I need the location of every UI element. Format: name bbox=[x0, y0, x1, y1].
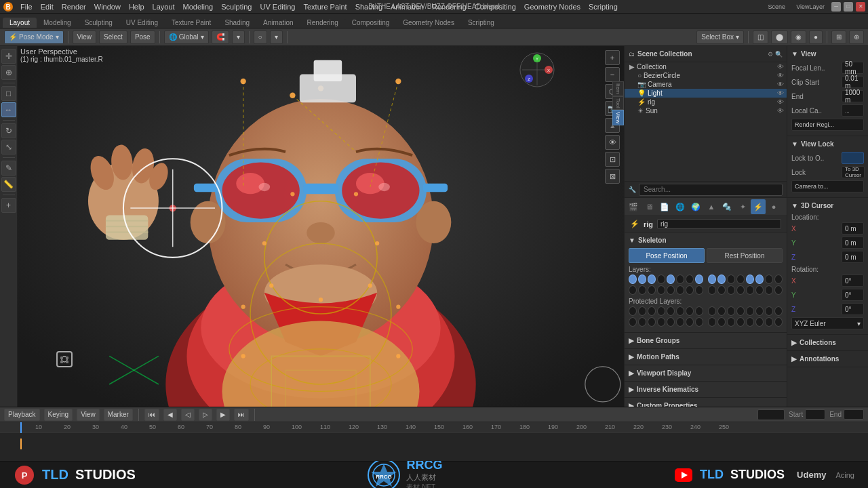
menu-item-scripting[interactable]: Scripting bbox=[585, 3, 622, 11]
scale-tool[interactable]: ⤡ bbox=[1, 140, 16, 155]
select-box-tool[interactable]: □ bbox=[1, 86, 16, 101]
layer-16[interactable] bbox=[774, 274, 783, 284]
workspace-tab-modeling[interactable]: Modeling bbox=[37, 18, 78, 28]
layer-4[interactable] bbox=[657, 274, 665, 284]
play-reverse-button[interactable]: ◁ bbox=[181, 409, 195, 421]
cursor-3d-header[interactable]: ▼ 3D Cursor bbox=[791, 201, 864, 211]
pl-9[interactable] bbox=[708, 306, 716, 316]
lock-to-obj-value[interactable] bbox=[842, 152, 864, 164]
local-view-button[interactable]: 👁 bbox=[605, 135, 620, 150]
rendered-shading[interactable]: ● bbox=[809, 30, 823, 44]
tree-item-eye-icon[interactable]: 👁 bbox=[777, 89, 784, 97]
menu-item-texture-paint[interactable]: Texture Paint bbox=[299, 3, 351, 11]
workspace-tab-sculpting[interactable]: Sculpting bbox=[78, 18, 119, 28]
layer-8[interactable] bbox=[695, 274, 703, 284]
workspace-tab-shading[interactable]: Shading bbox=[218, 18, 256, 28]
layer-11[interactable] bbox=[727, 274, 735, 284]
navigation-gizmo[interactable]: X Y Z bbox=[519, 52, 556, 89]
annotations-header[interactable]: ▶ Annotations bbox=[791, 354, 864, 364]
pl-1[interactable] bbox=[629, 306, 637, 316]
pl-19[interactable] bbox=[648, 317, 656, 327]
workspace-tab-uv-editing[interactable]: UV Editing bbox=[119, 18, 165, 28]
zoom-out-button[interactable]: − bbox=[605, 67, 620, 82]
pl-18[interactable] bbox=[638, 317, 646, 327]
solid-shading[interactable]: ⬤ bbox=[771, 30, 788, 44]
menu-item-uv-editing[interactable]: UV Editing bbox=[256, 3, 299, 11]
layer-25[interactable] bbox=[708, 285, 716, 295]
search-icon[interactable]: 🔍 bbox=[775, 51, 783, 58]
inverse-kinematics-header[interactable]: ▶ Inverse Kinematics bbox=[629, 384, 783, 394]
prev-keyframe-button[interactable]: ◀ bbox=[163, 409, 177, 421]
wireframe-shading[interactable]: ◫ bbox=[753, 30, 768, 44]
cursor-y-value[interactable]: 0 m bbox=[842, 237, 864, 249]
pl-17[interactable] bbox=[629, 317, 637, 327]
rotate-tool[interactable]: ↻ bbox=[1, 123, 16, 138]
bone-groups-header[interactable]: ▶ Bone Groups bbox=[629, 336, 783, 346]
filter-icon[interactable]: ⚙ bbox=[768, 51, 773, 58]
pose-menu[interactable]: Pose bbox=[130, 30, 155, 44]
menu-item-modeling[interactable]: Modeling bbox=[179, 3, 218, 11]
cursor-rz-value[interactable]: 0° bbox=[842, 303, 864, 315]
menu-item-file[interactable]: File bbox=[16, 3, 37, 11]
collections-header[interactable]: ▶ Collections bbox=[791, 338, 864, 348]
rest-position-button[interactable]: Rest Position bbox=[707, 248, 783, 263]
pl-8[interactable] bbox=[695, 306, 703, 316]
pl-24[interactable] bbox=[695, 317, 703, 327]
add-tool[interactable]: + bbox=[1, 198, 16, 213]
mode-selector[interactable]: ⚡ Pose Mode ▾ bbox=[4, 30, 64, 44]
skeleton-header[interactable]: ▼ Skeleton bbox=[629, 235, 783, 245]
render-props-tab[interactable]: 🎬 bbox=[626, 199, 641, 214]
render-region-btn[interactable]: Render Regi... bbox=[791, 119, 864, 131]
layer-2[interactable] bbox=[638, 274, 646, 284]
move-tool[interactable]: ⊕ bbox=[1, 65, 16, 80]
pl-11[interactable] bbox=[727, 306, 735, 316]
pl-32[interactable] bbox=[774, 317, 783, 327]
pl-14[interactable] bbox=[755, 306, 764, 316]
pl-22[interactable] bbox=[676, 317, 684, 327]
layer-31[interactable] bbox=[765, 285, 773, 295]
pl-26[interactable] bbox=[717, 317, 726, 327]
clip-end-value[interactable]: 1000 m bbox=[842, 90, 864, 102]
workspace-tab-animation[interactable]: Animation bbox=[256, 18, 300, 28]
viewport-3d[interactable]: User Perspective (1) rig : thumb.01_mast… bbox=[18, 46, 624, 407]
layer-29[interactable] bbox=[746, 285, 754, 295]
camera-to-btn[interactable]: Camera to... bbox=[791, 180, 864, 192]
rig-name-input[interactable] bbox=[657, 219, 781, 229]
cursor-rx-value[interactable]: 0° bbox=[842, 274, 864, 287]
clip-start-value[interactable]: 0.01 m bbox=[842, 76, 864, 88]
minimize-button[interactable]: ─ bbox=[831, 2, 841, 12]
view-menu-timeline[interactable]: View bbox=[77, 409, 100, 421]
pl-7[interactable] bbox=[686, 306, 694, 316]
layer-30[interactable] bbox=[755, 285, 764, 295]
pl-30[interactable] bbox=[755, 317, 764, 327]
playback-menu[interactable]: Playback bbox=[4, 409, 40, 421]
layer-1[interactable] bbox=[629, 274, 637, 284]
layer-14[interactable] bbox=[755, 274, 764, 284]
tree-item-beziercircle[interactable]: ○BezierCircle👁 bbox=[625, 71, 787, 80]
pl-13[interactable] bbox=[746, 306, 754, 316]
workspace-tab-geometry-nodes[interactable]: Geometry Nodes bbox=[396, 18, 461, 28]
transform-tool[interactable]: ↔ bbox=[1, 102, 16, 117]
overlay-button[interactable]: ⊞ bbox=[831, 30, 846, 44]
top-view-button[interactable]: ⊠ bbox=[605, 169, 620, 184]
local-camera-value[interactable]: ... bbox=[842, 104, 864, 117]
layer-27[interactable] bbox=[727, 285, 735, 295]
pl-15[interactable] bbox=[765, 306, 773, 316]
object-props-tab[interactable]: ▲ bbox=[704, 199, 719, 214]
gizmo-button[interactable]: ⊕ bbox=[849, 30, 864, 44]
layer-10[interactable] bbox=[717, 274, 726, 284]
jump-end-button[interactable]: ⏭ bbox=[234, 409, 249, 421]
tree-item-eye-icon[interactable]: 👁 bbox=[777, 63, 784, 70]
pl-6[interactable] bbox=[676, 306, 684, 316]
motion-paths-header[interactable]: ▶ Motion Paths bbox=[629, 352, 783, 362]
layer-20[interactable] bbox=[657, 285, 665, 295]
tree-item-collection[interactable]: ▶Collection👁 bbox=[625, 62, 787, 71]
next-keyframe-button[interactable]: ▶ bbox=[216, 409, 230, 421]
workspace-tab-rendering[interactable]: Rendering bbox=[300, 18, 345, 28]
layer-15[interactable] bbox=[765, 274, 773, 284]
proportional-editing[interactable]: ○ bbox=[254, 30, 267, 44]
layer-3[interactable] bbox=[648, 274, 656, 284]
particles-props-tab[interactable]: ✦ bbox=[735, 199, 750, 214]
layer-17[interactable] bbox=[629, 285, 637, 295]
menu-item-sculpting[interactable]: Sculpting bbox=[217, 3, 256, 11]
